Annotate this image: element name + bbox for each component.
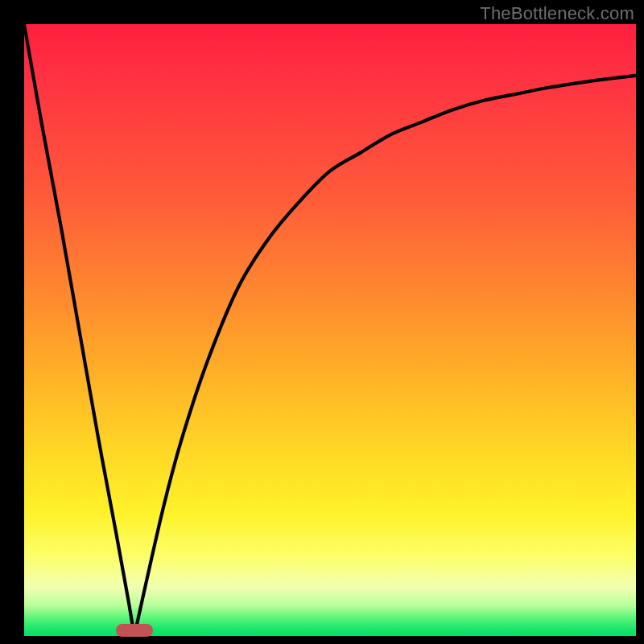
watermark-text: TheBottleneck.com [480, 3, 634, 24]
curve-path [24, 24, 636, 642]
chart-frame: TheBottleneck.com [0, 0, 644, 644]
optimum-marker [116, 624, 153, 637]
plot-area [24, 24, 636, 636]
bottleneck-curve [24, 24, 636, 636]
